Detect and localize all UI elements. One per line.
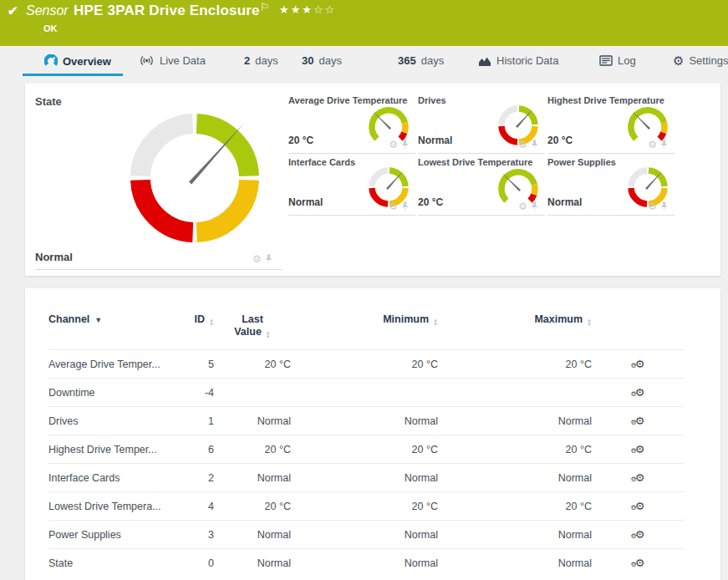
table-row: Drives 1 Normal Normal Normal ⚙⚙	[48, 407, 684, 435]
gauge-tile-value: Normal	[547, 196, 582, 208]
tab-label: Live Data	[160, 54, 206, 67]
maximum-cell: Normal	[438, 464, 592, 492]
pin-icon[interactable]	[265, 254, 272, 264]
channel-name-cell: Power Supplies	[48, 521, 174, 549]
gauge-settings-gear-icon[interactable]: ⚙	[518, 140, 527, 150]
gauge-settings-gear-icon[interactable]: ⚙	[252, 255, 262, 264]
column-header-maximum[interactable]: Maximum▲▼	[438, 307, 592, 350]
divider	[288, 215, 415, 216]
channel-settings-icon[interactable]: ⚙⚙	[631, 501, 645, 511]
channel-settings-icon[interactable]: ⚙⚙	[631, 359, 645, 369]
gauge-tile-value: Normal	[418, 135, 452, 146]
channel-name-cell: Interface Cards	[48, 464, 174, 492]
sensor-kind-label: Sensor	[26, 3, 69, 18]
last-value-cell: 20 °C	[214, 350, 291, 379]
tab-historic-data[interactable]: Historic Data	[478, 54, 558, 67]
channel-settings-icon[interactable]: ⚙⚙	[631, 473, 645, 483]
column-header-channel[interactable]: Channel▼	[48, 307, 174, 350]
channel-id-cell: 1	[174, 407, 214, 435]
tab-live-data[interactable]: Live Data	[139, 54, 206, 67]
minimum-cell: Normal	[291, 464, 438, 492]
channel-id-cell: 2	[174, 464, 214, 492]
maximum-cell: Normal	[438, 407, 592, 435]
gauge-tile-highest-drive-temperature: Highest Drive Temperature 20 °C ⚙	[547, 92, 675, 154]
tab-365-days[interactable]: 365 days	[398, 54, 444, 67]
channel-settings-icon[interactable]: ⚙⚙	[631, 558, 645, 568]
priority-stars[interactable]: ★★★☆☆	[279, 3, 336, 16]
sort-icon: ▲▼	[209, 318, 214, 327]
state-value: Normal	[35, 251, 73, 263]
table-row: Interface Cards 2 Normal Normal Normal ⚙…	[48, 464, 684, 492]
tab-settings[interactable]: ⚙ Settings	[673, 54, 728, 67]
tab-strip: Overview Live Data 2 days 30 days 365 da…	[0, 46, 728, 81]
gauge-tile-label: Interface Cards	[288, 157, 355, 167]
channel-name-cell: Drives	[48, 407, 174, 435]
gauge-tile-label: Power Supplies	[547, 157, 616, 167]
tab-label: days	[421, 54, 444, 67]
pin-icon[interactable]	[401, 201, 409, 211]
pin-icon[interactable]	[531, 140, 538, 150]
tab-number: 365	[398, 54, 416, 67]
channel-id-cell: 3	[174, 521, 214, 549]
pin-icon[interactable]	[660, 201, 668, 211]
tab-2-days[interactable]: 2 days	[244, 54, 278, 67]
gauge-settings-gear-icon[interactable]: ⚙	[648, 202, 657, 211]
gauge-tile-drives: Drives Normal ⚙	[418, 92, 545, 154]
tab-log[interactable]: Log	[599, 54, 636, 67]
minimum-cell: Normal	[291, 549, 438, 577]
channel-settings-icon[interactable]: ⚙⚙	[631, 445, 645, 455]
channel-settings-icon[interactable]: ⚙⚙	[631, 388, 645, 398]
minimum-cell: Normal	[291, 521, 438, 549]
pin-icon[interactable]	[660, 140, 668, 150]
column-header-minimum[interactable]: Minimum▲▼	[291, 307, 438, 350]
column-header-last-value[interactable]: Last Value▲▼	[214, 307, 291, 350]
column-header-id[interactable]: ID▲▼	[174, 307, 214, 350]
maximum-cell: 20 °C	[438, 492, 592, 521]
channel-settings-icon[interactable]: ⚙⚙	[631, 416, 645, 426]
sort-desc-icon: ▼	[94, 316, 102, 324]
pin-icon[interactable]	[531, 201, 538, 211]
channel-name-cell: Highest Drive Temper...	[48, 435, 174, 464]
gauge-settings-gear-icon[interactable]: ⚙	[389, 202, 398, 211]
minimum-cell: 20 °C	[291, 435, 438, 464]
channel-name-cell: Lowest Drive Tempera...	[48, 492, 174, 521]
minimum-cell: 20 °C	[291, 492, 438, 521]
last-value-cell: Normal	[214, 521, 291, 549]
channel-table-panel: Channel▼ ID▲▼ Last Value▲▼ Minimum▲▼ Max…	[25, 288, 720, 580]
channel-id-cell: 5	[174, 350, 214, 379]
sensor-status-badge: OK	[43, 23, 58, 33]
gauge-settings-gear-icon[interactable]: ⚙	[518, 202, 527, 211]
sort-icon: ▲▼	[587, 318, 592, 327]
tab-30-days[interactable]: 30 days	[302, 54, 342, 67]
gauge-settings-gear-icon[interactable]: ⚙	[389, 140, 398, 150]
tab-label: Historic Data	[496, 54, 558, 67]
channel-id-cell: 6	[174, 435, 214, 464]
tab-overview[interactable]: Overview	[44, 54, 111, 68]
priority-flag-icon[interactable]: ⚐	[260, 1, 270, 13]
tab-number: 2	[244, 54, 250, 67]
maximum-cell: Normal	[438, 549, 592, 577]
gauge-settings-gear-icon[interactable]: ⚙	[648, 140, 657, 150]
settings-gear-icon: ⚙	[673, 55, 684, 67]
channel-name-cell: Downtime	[48, 379, 174, 407]
channel-settings-icon[interactable]: ⚙⚙	[631, 530, 645, 540]
table-row: State 0 Normal Normal Normal ⚙⚙	[48, 549, 684, 577]
table-row: Highest Drive Temper... 6 20 °C 20 °C 20…	[48, 435, 684, 464]
table-header-row: Channel▼ ID▲▼ Last Value▲▼ Minimum▲▼ Max…	[48, 307, 684, 350]
maximum-cell	[438, 379, 592, 407]
state-title: State	[35, 95, 62, 108]
tab-label: days	[318, 54, 341, 67]
table-row: Average Drive Temper... 5 20 °C 20 °C 20…	[48, 350, 684, 379]
historic-data-chart-icon	[478, 55, 491, 67]
channel-table: Channel▼ ID▲▼ Last Value▲▼ Minimum▲▼ Max…	[48, 307, 684, 577]
gauge-tile-lowest-drive-temperature: Lowest Drive Temperature 20 °C ⚙	[418, 154, 545, 216]
channel-name-cell: Average Drive Temper...	[48, 350, 174, 379]
tab-number: 30	[302, 54, 313, 67]
maximum-cell: 20 °C	[438, 435, 592, 464]
tab-label: Overview	[63, 55, 111, 68]
divider	[547, 215, 675, 216]
channel-id-cell: -4	[174, 379, 214, 407]
last-value-cell	[214, 379, 291, 407]
pin-icon[interactable]	[401, 140, 409, 150]
sort-icon: ▲▼	[433, 318, 438, 327]
